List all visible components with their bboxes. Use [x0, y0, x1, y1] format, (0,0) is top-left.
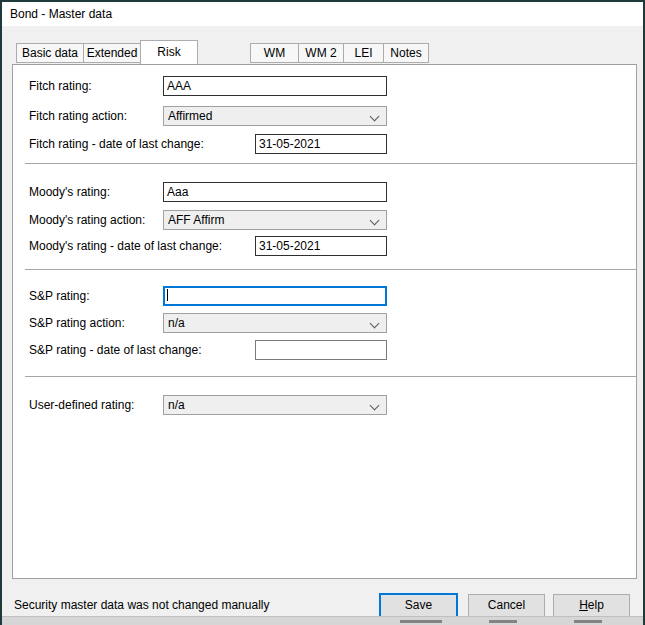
fitch-rating-label: Fitch rating: — [29, 79, 92, 94]
cancel-button[interactable]: Cancel — [468, 594, 545, 617]
text-caret — [167, 289, 168, 301]
user-defined-rating-label: User-defined rating: — [29, 398, 134, 413]
chevron-down-icon — [370, 112, 380, 122]
sp-rating-input[interactable] — [163, 286, 387, 306]
tab-risk[interactable]: Risk — [140, 40, 198, 64]
section-divider — [25, 376, 636, 377]
section-divider — [25, 269, 636, 270]
help-label-rest: elp — [588, 598, 604, 612]
sp-rating-action-value: n/a — [168, 316, 185, 330]
background-artifact — [489, 620, 517, 623]
help-accelerator: H — [579, 598, 588, 612]
fitch-rating-input[interactable] — [163, 76, 387, 96]
user-defined-rating-combobox[interactable]: n/a — [163, 395, 387, 415]
window-title: Bond - Master data — [10, 7, 112, 21]
chevron-down-icon — [370, 401, 380, 411]
sp-rating-action-label: S&P rating action: — [29, 316, 125, 331]
background-window-edge — [2, 616, 643, 625]
fitch-rating-action-label: Fitch rating action: — [29, 109, 127, 124]
background-artifact — [400, 620, 442, 623]
chevron-down-icon — [370, 319, 380, 329]
sp-rating-date-input[interactable] — [255, 340, 387, 360]
fitch-rating-date-label: Fitch rating - date of last change: — [29, 137, 204, 152]
moodys-rating-label: Moody's rating: — [29, 185, 110, 200]
risk-tab-panel: Fitch rating: Fitch rating action: Affir… — [12, 64, 637, 579]
tab-wm-2[interactable]: WM 2 — [298, 43, 344, 63]
moodys-rating-date-label: Moody's rating - date of last change: — [29, 239, 222, 254]
section-divider — [25, 163, 636, 164]
tab-notes[interactable]: Notes — [383, 43, 429, 63]
fitch-rating-date-input[interactable] — [255, 134, 387, 154]
user-defined-rating-value: n/a — [168, 398, 185, 412]
tab-strip: Basic data Extended Risk WM WM 2 LEI Not… — [2, 40, 643, 64]
tab-wm[interactable]: WM — [250, 43, 299, 63]
moodys-rating-action-label: Moody's rating action: — [29, 213, 145, 228]
save-button[interactable]: Save — [379, 593, 458, 618]
tab-basic-data[interactable]: Basic data — [16, 43, 84, 63]
moodys-rating-action-value: AFF Affirm — [168, 213, 224, 227]
tab-extended[interactable]: Extended — [83, 43, 141, 63]
fitch-rating-action-combobox[interactable]: Affirmed — [163, 106, 387, 126]
moodys-rating-input[interactable] — [163, 182, 387, 202]
chevron-down-icon — [370, 216, 380, 226]
sp-rating-date-label: S&P rating - date of last change: — [29, 343, 202, 358]
tab-lei[interactable]: LEI — [343, 43, 384, 63]
sp-rating-action-combobox[interactable]: n/a — [163, 313, 387, 333]
background-artifact — [574, 620, 602, 623]
moodys-rating-action-combobox[interactable]: AFF Affirm — [163, 210, 387, 230]
status-message: Security master data was not changed man… — [14, 598, 269, 612]
title-bar: Bond - Master data — [2, 2, 643, 26]
help-button[interactable]: Help — [553, 594, 630, 617]
sp-rating-label: S&P rating: — [29, 289, 89, 304]
bond-master-data-dialog: Bond - Master data Basic data Extended R… — [0, 0, 645, 625]
fitch-rating-action-value: Affirmed — [168, 109, 212, 123]
moodys-rating-date-input[interactable] — [255, 236, 387, 256]
